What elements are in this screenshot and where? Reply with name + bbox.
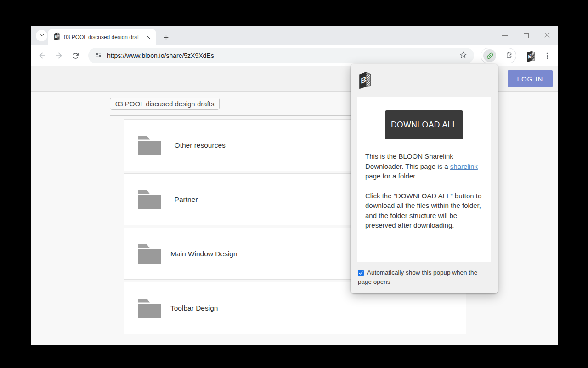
folder-icon: [138, 299, 161, 318]
tab-strip: B 03 POOL discused design draf: [31, 26, 558, 45]
tab-close-icon[interactable]: [144, 33, 152, 41]
close-button[interactable]: [537, 26, 558, 45]
folder-name: _Partner: [170, 196, 198, 204]
auto-show-setting: Automatically show this popup when the p…: [358, 268, 488, 286]
folder-icon: [138, 244, 161, 264]
maximize-icon: [524, 33, 529, 38]
profile-avatar[interactable]: B: [525, 49, 537, 63]
extensions-menu-button[interactable]: [505, 51, 514, 61]
bookmark-star-icon[interactable]: [459, 51, 468, 61]
popup-panel: DOWNLOAD ALL This is the BLOON Sharelink…: [357, 97, 491, 262]
url-text[interactable]: https://www.bloon.io/share/5zX9XdEs: [107, 52, 459, 59]
sharelink-link[interactable]: sharelink: [450, 162, 478, 170]
popup-paragraph-2: Click the "DOWNLOAD ALL" button to downl…: [365, 191, 485, 230]
bloon-extension-button[interactable]: [483, 49, 496, 62]
puzzle-icon: [505, 51, 514, 59]
screenshot-frame: B 03 POOL discused design draf: [0, 0, 588, 368]
three-dots-icon: [543, 52, 552, 60]
checkbox-checked[interactable]: [358, 270, 364, 276]
toolbar-separator: [520, 51, 520, 60]
folder-name: Toolbar Design: [170, 304, 218, 312]
extension-popup: B DOWNLOAD ALL This is the BLOON Shareli…: [351, 64, 498, 293]
folder-name: _Other resources: [170, 141, 226, 150]
extensions-pill: [481, 48, 516, 63]
popup-paragraph-1: This is the BLOON Sharelink Downloader. …: [365, 151, 485, 181]
bloon-logo-icon: B: [358, 70, 372, 91]
bloon-favicon-icon: B: [54, 32, 60, 42]
maximize-button[interactable]: [515, 26, 537, 45]
chevron-down-icon: [39, 32, 45, 40]
folder-name: Main Window Design: [170, 250, 237, 258]
window-controls: [494, 26, 558, 45]
close-icon: [544, 32, 550, 39]
tab-title: 03 POOL discused design draf: [64, 34, 144, 40]
new-tab-button[interactable]: [160, 32, 172, 43]
minimize-button[interactable]: [494, 26, 515, 45]
reload-icon: [71, 52, 80, 60]
download-all-button[interactable]: DOWNLOAD ALL: [385, 110, 463, 139]
breadcrumb[interactable]: 03 POOL discused design drafts: [110, 98, 220, 110]
site-settings-icon[interactable]: [95, 51, 102, 61]
browser-toolbar: https://www.bloon.io/share/5zX9XdEs: [31, 45, 558, 66]
browser-menu-button[interactable]: [541, 50, 553, 62]
minimize-icon: [502, 35, 508, 35]
folder-icon: [138, 190, 161, 209]
address-bar[interactable]: https://www.bloon.io/share/5zX9XdEs: [88, 48, 474, 63]
reload-button[interactable]: [69, 50, 81, 62]
checkbox-label[interactable]: Automatically show this popup when the p…: [358, 269, 477, 285]
back-button[interactable]: [36, 50, 48, 62]
tab-search-button[interactable]: [36, 30, 47, 41]
link-icon: [486, 52, 494, 60]
arrow-forward-icon: [54, 51, 63, 60]
folder-icon: [138, 136, 161, 155]
browser-tab[interactable]: B 03 POOL discused design draf: [48, 29, 156, 45]
popup-description: This is the BLOON Sharelink Downloader. …: [365, 151, 485, 230]
arrow-back-icon: [38, 51, 47, 60]
forward-button[interactable]: [53, 50, 65, 62]
login-button[interactable]: LOG IN: [508, 70, 553, 87]
browser-window: B 03 POOL discused design draf: [31, 26, 558, 345]
